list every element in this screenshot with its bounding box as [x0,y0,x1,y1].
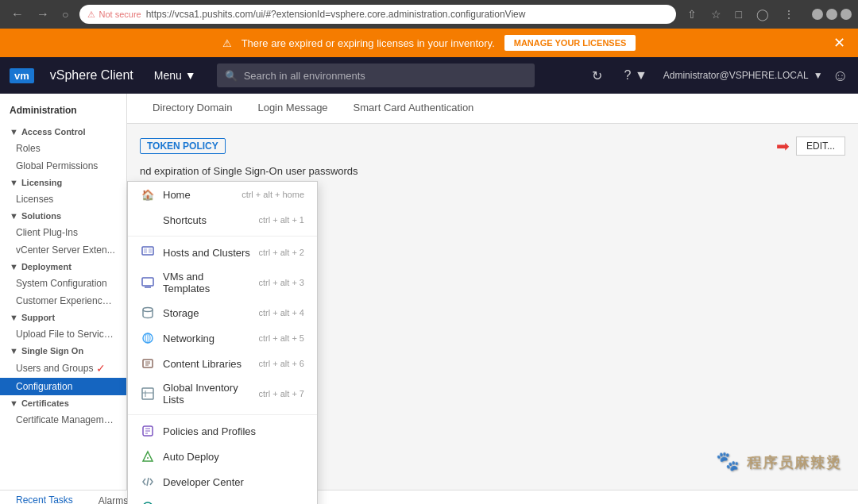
policies-icon [141,424,155,438]
sidebar-group-title-deployment[interactable]: ▼ Deployment [0,259,126,275]
menu-item-storage[interactable]: Storage ctrl + alt + 4 [128,300,317,325]
menu-divider-2 [128,414,317,415]
banner-close-button[interactable]: ✕ [833,34,845,52]
menu-item-global-shortcut: ctrl + alt + 7 [259,389,304,398]
menu-item-networking[interactable]: Networking ctrl + alt + 5 [128,325,317,351]
vms-icon [141,275,155,290]
menu-item-developer[interactable]: Developer Center [128,469,317,494]
sidebar-group-solutions: ▼ Solutions Client Plug-Ins vCenter Serv… [0,208,126,259]
sidebar-item-configuration[interactable]: Configuration [0,378,126,395]
task-tab-recent[interactable]: Recent Tasks [10,494,79,505]
star-button[interactable]: ☆ [706,6,726,22]
menu-item-hosts-label: Hosts and Clusters [163,247,251,259]
svg-rect-3 [142,278,153,286]
user-button[interactable]: Administrator@VSPHERE.LOCAL ▼ [663,70,823,81]
svg-rect-13 [142,388,153,399]
menu-item-vms-label: VMs and Templates [163,271,251,294]
menu-item-storage-label: Storage [163,307,251,319]
sidebar-group-title-solutions[interactable]: ▼ Solutions [0,208,126,224]
svg-rect-2 [149,248,152,253]
storage-icon [141,306,155,320]
search-input[interactable] [244,70,527,82]
menu-item-hosts-clusters[interactable]: Hosts and Clusters ctrl + alt + 2 [128,240,317,265]
menu-item-home[interactable]: 🏠 Home ctrl + alt + home [128,182,317,207]
menu-item-global-label: Global Inventory Lists [163,382,251,406]
triangle-icon-sso: ▼ [10,346,18,356]
forward-button[interactable]: → [32,6,54,23]
menu-item-policies[interactable]: Policies and Profiles [128,418,317,444]
menu-item-developer-label: Developer Center [163,476,304,488]
maximize-button[interactable] [826,9,837,20]
banner-message: There are expired or expiring licenses i… [242,37,495,49]
tab-directory-domain[interactable]: Directory Domain [140,94,245,123]
menu-item-shortcuts[interactable]: Shortcuts ctrl + alt + 1 [128,207,317,233]
sidebar-item-vcenter-server[interactable]: vCenter Server Exten... [0,241,126,259]
profile-button[interactable]: ◯ [752,6,774,22]
share-button[interactable]: ⇧ [682,6,701,22]
menu-item-vrealize[interactable]: vRealize Operations [128,494,317,504]
sidebar-group-title-certificates[interactable]: ▼ Certificates [0,395,126,411]
reload-button[interactable]: ○ [57,6,73,22]
extensions-button[interactable]: □ [731,6,747,22]
sidebar-item-cert-mgmt[interactable]: Certificate Manageme... [0,411,126,429]
sidebar-group-title-support[interactable]: ▼ Support [0,310,126,325]
menu-item-auto-deploy-label: Auto Deploy [163,451,304,463]
sidebar-group-support: ▼ Support Upload File to Service... [0,310,126,343]
sidebar-item-roles[interactable]: Roles [0,140,126,157]
search-bar[interactable]: 🔍 [217,63,535,87]
tab-login-message[interactable]: Login Message [245,94,340,123]
menu-label: Menu [154,69,182,82]
menu-item-home-label: Home [163,189,234,201]
menu-item-content-shortcut: ctrl + alt + 6 [259,359,304,368]
sidebar-item-customer-experience[interactable]: Customer Experience ... [0,292,126,310]
sidebar-item-users-groups[interactable]: Users and Groups ✓ [0,359,126,378]
menu-item-content-label: Content Libraries [163,358,251,370]
hosts-icon [141,245,155,260]
back-button[interactable]: ← [6,6,29,23]
sidebar-item-client-plugins[interactable]: Client Plug-Ins [0,224,126,241]
help-button[interactable]: ? ▼ [618,65,654,86]
sidebar-item-system-config[interactable]: System Configuration [0,275,126,292]
address-bar[interactable]: ⚠ Not secure https://vcsa1.pushits.com/u… [79,5,675,24]
refresh-button[interactable]: ↻ [586,65,609,87]
nav-buttons: ← → ○ [6,6,73,23]
password-desc: nd expiration of Single Sign-On user pas… [140,165,845,177]
menu-item-auto-deploy[interactable]: Auto Deploy [128,444,317,469]
sidebar-group-sso: ▼ Single Sign On Users and Groups ✓ Conf… [0,343,126,395]
sidebar-group-title-licensing[interactable]: ▼ Licensing [0,175,126,190]
svg-line-22 [147,478,149,486]
manage-licenses-button[interactable]: MANAGE YOUR LICENSES [504,35,636,51]
sidebar-group-title-access-control[interactable]: ▼ Access Control [0,124,126,140]
minimize-button[interactable] [812,9,823,20]
sidebar-group-title-sso[interactable]: ▼ Single Sign On [0,343,126,359]
security-badge: ⚠ Not secure [87,10,141,20]
app-header: vm vSphere Client Menu ▼ 🔍 ↻ ? ▼ Adminis… [0,57,858,94]
sidebar-item-upload-file[interactable]: Upload File to Service... [0,325,126,343]
window-controls [812,9,852,20]
sidebar-item-global-permissions[interactable]: Global Permissions [0,157,126,175]
token-policy-section: TOKEN POLICY ➡ EDIT... [140,137,845,156]
menu-item-global-inventory[interactable]: Global Inventory Lists ctrl + alt + 7 [128,376,317,411]
menu-item-hosts-shortcut: ctrl + alt + 2 [259,248,304,257]
menu-item-networking-label: Networking [163,333,251,344]
triangle-icon: ▼ [10,127,18,137]
networking-icon [141,331,155,345]
menu-item-vms-templates[interactable]: VMs and Templates ctrl + alt + 3 [128,265,317,300]
home-icon: 🏠 [141,187,155,202]
developer-icon [141,475,155,489]
tab-smart-card[interactable]: Smart Card Authentication [341,94,487,123]
triangle-icon-solutions: ▼ [10,211,18,221]
more-button[interactable]: ⋮ [779,6,799,22]
token-policy-label: TOKEN POLICY [140,138,226,154]
close-button[interactable] [841,9,852,20]
menu-item-content-libraries[interactable]: Content Libraries ctrl + alt + 6 [128,351,317,376]
content-tabs: Directory Domain Login Message Smart Car… [127,94,858,124]
menu-item-shortcuts-label: Shortcuts [163,214,251,226]
menu-button[interactable]: Menu ▼ [146,64,204,87]
warning-icon: ⚠ [87,10,95,20]
menu-item-vrealize-label: vRealize Operations [163,502,304,505]
edit-button[interactable]: EDIT... [796,137,845,156]
global-icon [141,387,155,401]
sidebar-item-licenses[interactable]: Licenses [0,190,126,208]
user-chevron: ▼ [814,70,823,81]
